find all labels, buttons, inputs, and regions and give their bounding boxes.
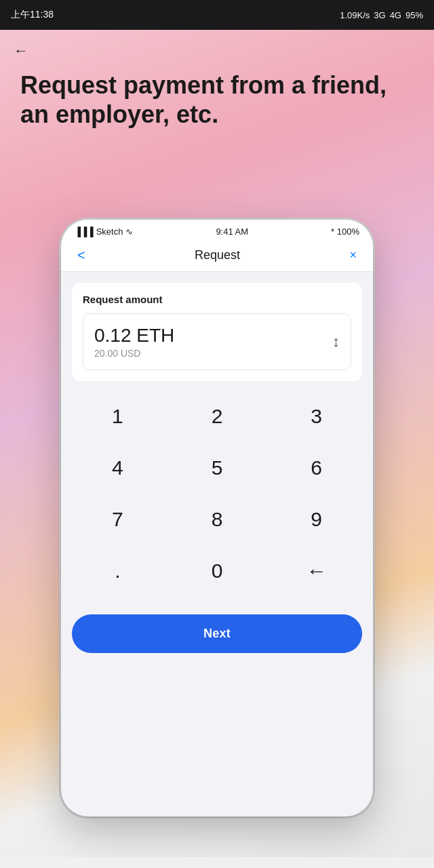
phone-app-name: Sketch bbox=[96, 226, 123, 237]
amount-eth: 0.12 ETH bbox=[94, 325, 174, 347]
key-backspace[interactable]: ← bbox=[273, 547, 361, 595]
page-headline: Request payment from a friend, an employ… bbox=[20, 71, 414, 129]
back-button[interactable]: ← bbox=[14, 42, 28, 60]
phone-status-bar: ▐▐▐ Sketch ∿ 9:41 AM * 100% bbox=[61, 220, 373, 241]
next-button-wrapper: Next bbox=[61, 609, 373, 667]
phone-time: 9:41 AM bbox=[216, 226, 248, 237]
signal-4g: 4G bbox=[390, 10, 401, 20]
keypad-row-2: 4 5 6 bbox=[68, 443, 366, 492]
phone-signal-icon: ▐▐▐ bbox=[75, 226, 94, 237]
signal-3g: 3G bbox=[374, 10, 385, 20]
network-speed: 1.09K/s bbox=[340, 10, 370, 20]
key-5[interactable]: 5 bbox=[173, 443, 261, 492]
key-dot[interactable]: . bbox=[73, 547, 161, 595]
keypad-row-3: 7 8 9 bbox=[68, 495, 366, 544]
key-7[interactable]: 7 bbox=[73, 495, 161, 544]
main-background: ← Request payment from a friend, an empl… bbox=[0, 30, 434, 868]
keypad-row-1: 1 2 3 bbox=[68, 392, 366, 441]
key-8[interactable]: 8 bbox=[173, 495, 261, 544]
amount-usd: 20.00 USD bbox=[94, 348, 174, 359]
status-bar: 上午11:38 1.09K/s 3G 4G 95% bbox=[0, 0, 434, 30]
key-9[interactable]: 9 bbox=[273, 495, 361, 544]
battery-level: 95% bbox=[406, 10, 423, 20]
key-3[interactable]: 3 bbox=[273, 392, 361, 441]
phone-mockup: ▐▐▐ Sketch ∿ 9:41 AM * 100% < Request × … bbox=[61, 220, 373, 816]
keypad: 1 2 3 4 5 6 7 8 9 . 0 ← bbox=[61, 381, 373, 609]
navbar-title: Request bbox=[195, 248, 240, 262]
navbar-back-icon[interactable]: < bbox=[77, 248, 85, 263]
request-label: Request amount bbox=[83, 294, 351, 305]
next-button[interactable]: Next bbox=[72, 614, 362, 653]
swap-icon[interactable]: ↕ bbox=[332, 333, 340, 351]
key-0[interactable]: 0 bbox=[173, 547, 261, 595]
android-nav-bar: ≡ ○ ‹ bbox=[0, 857, 434, 868]
phone-wifi-icon: ∿ bbox=[125, 226, 133, 237]
key-2[interactable]: 2 bbox=[173, 392, 261, 441]
key-6[interactable]: 6 bbox=[273, 443, 361, 492]
time-display: 上午11:38 bbox=[11, 9, 54, 21]
navbar-close-icon[interactable]: × bbox=[349, 248, 357, 262]
key-1[interactable]: 1 bbox=[73, 392, 161, 441]
amount-box: 0.12 ETH 20.00 USD ↕ bbox=[83, 313, 351, 370]
keypad-row-4: . 0 ← bbox=[68, 547, 366, 595]
phone-navbar: < Request × bbox=[61, 241, 373, 272]
phone-bluetooth: * 100% bbox=[331, 226, 359, 237]
request-section: Request amount 0.12 ETH 20.00 USD ↕ bbox=[72, 283, 362, 381]
key-4[interactable]: 4 bbox=[73, 443, 161, 492]
